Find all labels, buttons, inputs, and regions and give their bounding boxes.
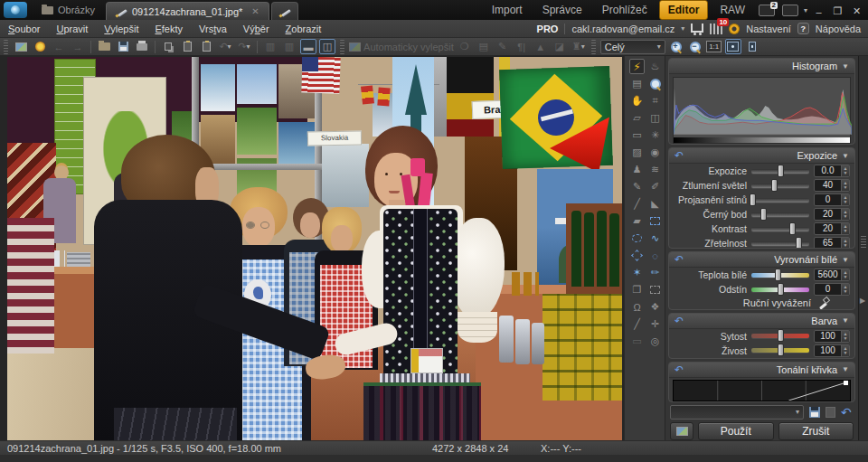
auto-enhance-button[interactable]: Automaticky vylepšit (349, 39, 454, 54)
gear-icon[interactable] (729, 24, 740, 34)
denoise-button[interactable]: ❍ (457, 39, 473, 54)
zoom-tool-icon[interactable] (647, 76, 663, 91)
fit-height-button[interactable] (744, 39, 760, 54)
temperature-slider[interactable] (751, 273, 809, 278)
clarity-value-box[interactable]: 65▲▼ (814, 237, 850, 249)
menu-selection[interactable]: Výběr (235, 22, 278, 36)
help-label[interactable]: Nápověda (816, 24, 861, 34)
prev-image-button[interactable]: ← (51, 39, 67, 54)
module-import[interactable]: Import (484, 1, 531, 19)
filmstrip-toggle-button[interactable]: ▬ (300, 39, 316, 54)
menu-layer[interactable]: Vrstva (191, 22, 235, 36)
spinner[interactable]: ▲▼ (841, 194, 849, 205)
feather-button[interactable]: ✎ (495, 39, 511, 54)
open-button[interactable] (96, 39, 112, 54)
second-monitor-icon[interactable]: 2 (759, 5, 775, 16)
contrast-slider[interactable] (751, 227, 809, 231)
spinner[interactable]: ▲▼ (841, 345, 849, 356)
exposure-header[interactable]: ↶ Expozice ▼ (669, 148, 854, 164)
magic-wand-tool-icon[interactable]: ✶ (629, 265, 645, 280)
stamp-button[interactable]: ♜ ▾ (571, 39, 587, 54)
magnetic-lasso-tool-icon[interactable]: ◌ (647, 248, 663, 263)
selection-brush-tool-icon[interactable]: ✏ (647, 265, 663, 280)
contrast-value-box[interactable]: 20▲▼ (814, 222, 850, 235)
menu-effects[interactable]: Efekty (146, 22, 191, 36)
menu-file[interactable]: Soubor (0, 22, 48, 36)
warp-button[interactable]: ▲ (533, 39, 549, 54)
placement-tool-icon[interactable]: ✛ (647, 316, 663, 332)
perspective-tool-icon[interactable]: ◫ (647, 110, 663, 126)
camera-fix-button[interactable]: ▤ (476, 39, 492, 54)
reset-exposure-icon[interactable]: ↶ (675, 151, 687, 160)
tint-slider[interactable] (751, 288, 809, 292)
gradient-button[interactable]: ◪ (552, 39, 568, 54)
spinner[interactable]: ▲▼ (841, 284, 849, 295)
slider-thumb[interactable] (778, 165, 784, 177)
clone-stamp-tool-icon[interactable]: ♟ (629, 162, 645, 177)
black-point-value-box[interactable]: 20▲▼ (814, 208, 850, 221)
panel-splitter[interactable]: ▶ (858, 56, 868, 440)
menu-view[interactable]: Zobrazit (278, 22, 330, 36)
split-view-button[interactable]: ▥ (281, 39, 297, 54)
save-preset-icon[interactable] (809, 407, 820, 418)
crop-tool-icon[interactable]: ⌗ (647, 93, 663, 108)
splitter-grip[interactable] (861, 235, 866, 248)
spinner[interactable]: ▲▼ (841, 269, 849, 280)
manual-white-balance[interactable]: Ruční vyvážení (669, 297, 854, 309)
slider-thumb[interactable] (750, 193, 756, 206)
vibrance-value-box[interactable]: 100▲▼ (814, 344, 850, 357)
levels-tool-icon[interactable]: ▤ (629, 76, 645, 91)
black-point-slider[interactable] (751, 212, 809, 217)
slider-thumb[interactable] (778, 344, 784, 356)
exposure-slider[interactable] (751, 169, 809, 174)
fit-to-screen-button[interactable] (725, 39, 741, 54)
chevron-down-icon[interactable]: ▾ (681, 24, 684, 33)
reset-curve-icon[interactable]: ↶ (675, 365, 687, 374)
color-header[interactable]: ↶ Barva ▼ (669, 314, 854, 329)
ellipse-select-tool-icon[interactable] (629, 231, 645, 246)
toolbar-grip[interactable] (340, 40, 344, 54)
straighten-tool-icon[interactable]: ▱ (629, 110, 645, 126)
toolbar-grip[interactable] (591, 40, 596, 54)
copy-button[interactable] (160, 39, 176, 54)
toolbar-grip[interactable] (4, 40, 8, 54)
slider-thumb[interactable] (771, 179, 778, 192)
exposure-value-box[interactable]: 0.0▲▼ (814, 165, 850, 177)
red-eye-tool-icon[interactable]: ◉ (647, 145, 663, 160)
frame-tool-icon[interactable] (647, 282, 663, 297)
help-icon[interactable]: ? (797, 23, 809, 34)
preview-button[interactable] (670, 422, 693, 440)
paste-tool-icon[interactable]: ❐ (629, 282, 645, 297)
module-viewer[interactable]: Prohlížeč (594, 1, 656, 19)
text-tool-icon[interactable]: ▭ (629, 334, 645, 349)
slider-thumb[interactable] (775, 269, 781, 281)
reset-all-icon[interactable]: ↶ (841, 408, 854, 417)
clarity-slider[interactable] (751, 241, 809, 246)
compare-view-button[interactable]: ▥ (262, 39, 278, 54)
spinner[interactable]: ▲▼ (841, 209, 849, 220)
spinner[interactable]: ▲▼ (841, 238, 849, 249)
spinner[interactable]: ▲▼ (841, 331, 849, 342)
module-raw[interactable]: RAW (712, 1, 753, 19)
highlights-value-box[interactable]: 40▲▼ (814, 179, 850, 192)
iron-tool-icon[interactable]: ♨ (647, 59, 663, 74)
line-tool-icon[interactable]: ╱ (629, 316, 645, 332)
tone-curve-plot[interactable] (673, 380, 851, 401)
spinner[interactable]: ▲▼ (841, 165, 849, 176)
temperature-value-box[interactable]: 5600▲▼ (814, 269, 850, 281)
hand-tool-icon[interactable]: ✋ (629, 93, 645, 108)
slider-thumb[interactable] (778, 283, 784, 296)
settings-label[interactable]: Nastavení (746, 24, 791, 34)
zoom-out-button[interactable]: − (687, 39, 703, 54)
save-button[interactable] (115, 39, 131, 54)
paint-brush-tool-icon[interactable]: ╱ (629, 196, 645, 212)
histogram-header[interactable]: Histogram ▼ (669, 59, 854, 74)
eyedropper-icon[interactable] (818, 297, 829, 308)
preset-select[interactable]: ▾ (670, 405, 804, 420)
slider-thumb[interactable] (778, 329, 784, 342)
paste-button[interactable] (179, 39, 195, 54)
symbol-tool-icon[interactable]: Ω (629, 299, 645, 315)
color-sampler-button[interactable]: ¶| (514, 39, 530, 54)
tab-document[interactable]: 091214zachrana_01.jpg* ✕ (106, 2, 269, 20)
updates-icon[interactable]: 10 (710, 24, 722, 34)
